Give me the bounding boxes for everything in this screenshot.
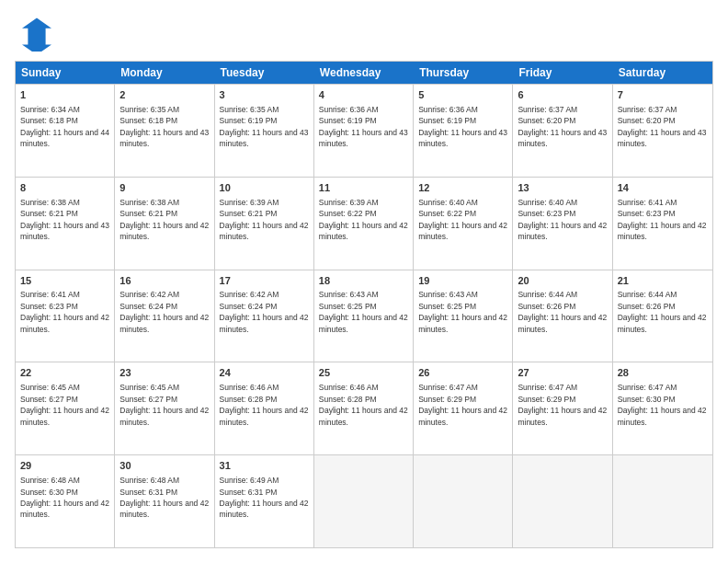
day-number: 22: [20, 366, 109, 380]
calendar-cell: 22 Sunrise: 6:45 AMSunset: 6:27 PMDaylig…: [16, 362, 115, 454]
day-number: 12: [418, 181, 507, 195]
cell-info: Sunrise: 6:46 AMSunset: 6:28 PMDaylight:…: [220, 383, 309, 426]
day-number: 13: [518, 181, 607, 195]
calendar-cell: 3 Sunrise: 6:35 AMSunset: 6:19 PMDayligh…: [215, 85, 314, 177]
calendar-cell: 4 Sunrise: 6:36 AMSunset: 6:19 PMDayligh…: [314, 85, 414, 177]
day-number: 10: [220, 181, 309, 195]
calendar-cell: 12 Sunrise: 6:40 AMSunset: 6:22 PMDaylig…: [414, 178, 513, 270]
cell-info: Sunrise: 6:34 AMSunset: 6:18 PMDaylight:…: [20, 105, 109, 148]
cell-info: Sunrise: 6:48 AMSunset: 6:31 PMDaylight:…: [119, 476, 209, 519]
calendar-cell: 30 Sunrise: 6:48 AMSunset: 6:31 PMDaylig…: [115, 455, 214, 547]
cell-info: Sunrise: 6:39 AMSunset: 6:22 PMDaylight:…: [319, 198, 408, 241]
cell-info: Sunrise: 6:40 AMSunset: 6:22 PMDaylight:…: [418, 198, 507, 241]
calendar-cell: [613, 455, 712, 547]
cell-info: Sunrise: 6:36 AMSunset: 6:19 PMDaylight:…: [319, 105, 408, 148]
day-number: 3: [220, 88, 309, 102]
cell-info: Sunrise: 6:47 AMSunset: 6:29 PMDaylight:…: [518, 383, 607, 426]
weekday-header: Wednesday: [314, 62, 414, 84]
day-number: 29: [20, 459, 109, 473]
cell-info: Sunrise: 6:37 AMSunset: 6:20 PMDaylight:…: [518, 105, 607, 148]
day-number: 18: [319, 274, 408, 288]
cell-info: Sunrise: 6:44 AMSunset: 6:26 PMDaylight:…: [618, 290, 707, 333]
calendar-cell: 25 Sunrise: 6:46 AMSunset: 6:28 PMDaylig…: [314, 362, 414, 454]
cell-info: Sunrise: 6:39 AMSunset: 6:21 PMDaylight:…: [220, 198, 309, 241]
weekday-header: Friday: [513, 62, 612, 84]
calendar-cell: [513, 455, 612, 547]
calendar-cell: 15 Sunrise: 6:41 AMSunset: 6:23 PMDaylig…: [16, 270, 115, 362]
header: [15, 15, 713, 52]
calendar-header: SundayMondayTuesdayWednesdayThursdayFrid…: [16, 62, 712, 84]
cell-info: Sunrise: 6:44 AMSunset: 6:26 PMDaylight:…: [518, 290, 607, 333]
cell-info: Sunrise: 6:38 AMSunset: 6:21 PMDaylight:…: [20, 198, 109, 241]
weekday-header: Tuesday: [215, 62, 314, 84]
day-number: 31: [220, 459, 309, 473]
cell-info: Sunrise: 6:41 AMSunset: 6:23 PMDaylight:…: [20, 290, 109, 333]
cell-info: Sunrise: 6:45 AMSunset: 6:27 PMDaylight:…: [20, 383, 109, 426]
day-number: 5: [418, 88, 507, 102]
cell-info: Sunrise: 6:35 AMSunset: 6:18 PMDaylight:…: [119, 105, 209, 148]
calendar-cell: 13 Sunrise: 6:40 AMSunset: 6:23 PMDaylig…: [513, 178, 612, 270]
cell-info: Sunrise: 6:37 AMSunset: 6:20 PMDaylight:…: [618, 105, 707, 148]
cell-info: Sunrise: 6:40 AMSunset: 6:23 PMDaylight:…: [518, 198, 607, 241]
calendar: SundayMondayTuesdayWednesdayThursdayFrid…: [15, 61, 713, 548]
day-number: 6: [518, 88, 607, 102]
day-number: 28: [618, 366, 708, 380]
calendar-cell: 2 Sunrise: 6:35 AMSunset: 6:18 PMDayligh…: [115, 85, 214, 177]
calendar-cell: 11 Sunrise: 6:39 AMSunset: 6:22 PMDaylig…: [314, 178, 414, 270]
day-number: 8: [20, 181, 109, 195]
day-number: 27: [518, 366, 607, 380]
calendar-cell: 21 Sunrise: 6:44 AMSunset: 6:26 PMDaylig…: [613, 270, 712, 362]
day-number: 11: [319, 181, 408, 195]
logo-bird-icon: [15, 15, 51, 52]
calendar-cell: 31 Sunrise: 6:49 AMSunset: 6:31 PMDaylig…: [215, 455, 314, 547]
day-number: 14: [618, 181, 708, 195]
cell-info: Sunrise: 6:43 AMSunset: 6:25 PMDaylight:…: [319, 290, 408, 333]
cell-info: Sunrise: 6:48 AMSunset: 6:30 PMDaylight:…: [20, 476, 109, 519]
day-number: 19: [418, 274, 507, 288]
day-number: 15: [20, 274, 109, 288]
day-number: 23: [119, 366, 209, 380]
cell-info: Sunrise: 6:42 AMSunset: 6:24 PMDaylight:…: [119, 290, 209, 333]
calendar-row: 29 Sunrise: 6:48 AMSunset: 6:30 PMDaylig…: [16, 454, 712, 547]
cell-info: Sunrise: 6:35 AMSunset: 6:19 PMDaylight:…: [220, 105, 309, 148]
calendar-cell: 6 Sunrise: 6:37 AMSunset: 6:20 PMDayligh…: [513, 85, 612, 177]
calendar-cell: 14 Sunrise: 6:41 AMSunset: 6:23 PMDaylig…: [613, 178, 712, 270]
calendar-cell: 23 Sunrise: 6:45 AMSunset: 6:27 PMDaylig…: [115, 362, 214, 454]
calendar-cell: 10 Sunrise: 6:39 AMSunset: 6:21 PMDaylig…: [215, 178, 314, 270]
calendar-cell: 17 Sunrise: 6:42 AMSunset: 6:24 PMDaylig…: [215, 270, 314, 362]
calendar-cell: 20 Sunrise: 6:44 AMSunset: 6:26 PMDaylig…: [513, 270, 612, 362]
calendar-cell: 26 Sunrise: 6:47 AMSunset: 6:29 PMDaylig…: [414, 362, 513, 454]
calendar-cell: 5 Sunrise: 6:36 AMSunset: 6:19 PMDayligh…: [414, 85, 513, 177]
day-number: 16: [119, 274, 209, 288]
cell-info: Sunrise: 6:43 AMSunset: 6:25 PMDaylight:…: [418, 290, 507, 333]
calendar-cell: 1 Sunrise: 6:34 AMSunset: 6:18 PMDayligh…: [16, 85, 115, 177]
weekday-header: Sunday: [16, 62, 115, 84]
day-number: 17: [220, 274, 309, 288]
page: SundayMondayTuesdayWednesdayThursdayFrid…: [0, 0, 728, 563]
day-number: 26: [418, 366, 507, 380]
day-number: 7: [618, 88, 708, 102]
cell-info: Sunrise: 6:47 AMSunset: 6:30 PMDaylight:…: [618, 383, 707, 426]
calendar-cell: 29 Sunrise: 6:48 AMSunset: 6:30 PMDaylig…: [16, 455, 115, 547]
calendar-cell: [314, 455, 414, 547]
calendar-cell: 8 Sunrise: 6:38 AMSunset: 6:21 PMDayligh…: [16, 178, 115, 270]
calendar-cell: [414, 455, 513, 547]
logo: [15, 15, 55, 52]
weekday-header: Monday: [115, 62, 214, 84]
day-number: 30: [119, 459, 209, 473]
calendar-cell: 7 Sunrise: 6:37 AMSunset: 6:20 PMDayligh…: [613, 85, 712, 177]
calendar-row: 1 Sunrise: 6:34 AMSunset: 6:18 PMDayligh…: [16, 84, 712, 177]
day-number: 24: [220, 366, 309, 380]
day-number: 20: [518, 274, 607, 288]
calendar-cell: 9 Sunrise: 6:38 AMSunset: 6:21 PMDayligh…: [115, 178, 214, 270]
calendar-cell: 27 Sunrise: 6:47 AMSunset: 6:29 PMDaylig…: [513, 362, 612, 454]
cell-info: Sunrise: 6:45 AMSunset: 6:27 PMDaylight:…: [119, 383, 209, 426]
day-number: 1: [20, 88, 109, 102]
calendar-cell: 24 Sunrise: 6:46 AMSunset: 6:28 PMDaylig…: [215, 362, 314, 454]
day-number: 21: [618, 274, 708, 288]
weekday-header: Saturday: [613, 62, 712, 84]
calendar-cell: 16 Sunrise: 6:42 AMSunset: 6:24 PMDaylig…: [115, 270, 214, 362]
day-number: 2: [119, 88, 209, 102]
day-number: 9: [119, 181, 209, 195]
calendar-cell: 18 Sunrise: 6:43 AMSunset: 6:25 PMDaylig…: [314, 270, 414, 362]
